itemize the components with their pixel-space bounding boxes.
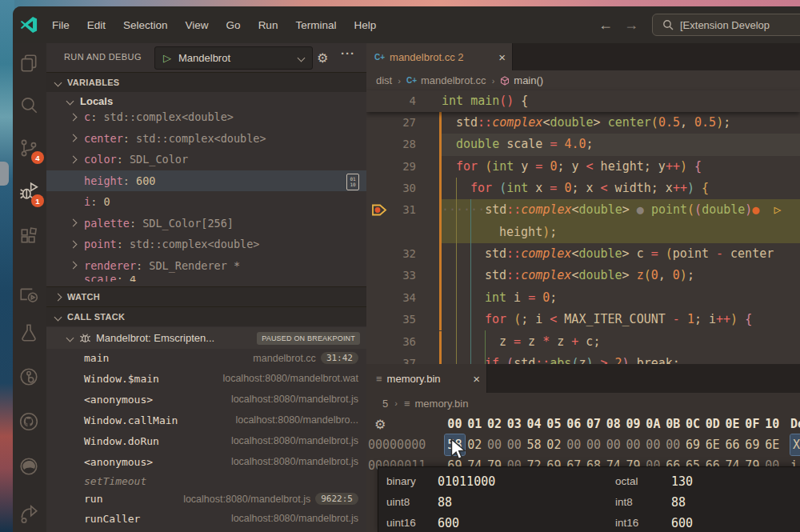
hex-byte[interactable]: 58 [524,434,544,455]
more-actions-icon[interactable]: ··· [341,46,355,60]
code-line-28[interactable]: 28double scale = 4.0; [366,134,800,155]
variable-row-i[interactable]: i: 0 [46,191,366,212]
hex-byte[interactable]: 00 [564,434,584,455]
stack-frame-row[interactable]: <anonymous>localhost:8080/mandelbrot.js [46,453,366,474]
frame-name: main [84,352,109,364]
activity-run-debug-button[interactable]: 1 [18,181,41,203]
menu-item-go[interactable]: Go [218,19,250,31]
frame-location-group: localhost:8080/mandelbrot.js9622:5 [183,493,358,505]
frame-location-group: mandelbrot.cc31:42 [253,352,358,364]
stack-frame-row[interactable]: runlocalhost:8080/mandelbrot.js9622:5 [46,490,366,510]
activity-live-preview-button[interactable] [18,285,41,307]
chevron-down-icon [54,78,62,86]
activity-edge-devtools-button[interactable] [18,456,41,478]
hex-byte[interactable]: 00 [663,434,683,455]
code-line-35[interactable]: 35for (; i < MAX_ITER_COUNT - 1; i++) { [366,309,800,330]
stack-frame-row[interactable]: mainmandelbrot.cc31:42 [46,349,366,370]
code-line-36[interactable]: 36z = z * z + c; [366,331,800,353]
code-line-27[interactable]: 27std::complex<double> center(0.5, 0.5); [366,112,800,134]
chevron-right-icon [70,155,78,163]
activity-gitlens-button[interactable] [18,366,41,389]
sticky-scroll-line[interactable]: 4int main() { [366,90,800,112]
stack-frame-row[interactable]: Window.doRunlocalhost:8080/mandelbrot.js [46,432,366,453]
panel-tab-memory-bin[interactable]: ≡ memory.bin × [366,364,487,393]
variable-row-color[interactable]: color: SDL_Color [46,149,366,170]
stack-frame-row[interactable]: runCallerlocalhost:8080/mandelbrot.js [46,510,366,530]
activity-search-button[interactable] [18,94,41,117]
stack-frame-row[interactable]: Window.$mainlocalhost:8080/mandelbrot.wa… [46,370,366,390]
hex-byte[interactable]: 00 [623,434,643,455]
hex-byte[interactable]: 00 [584,434,604,455]
hex-byte[interactable]: 00 [504,434,524,455]
hex-row[interactable]: 00000000580200005802000000000000696E6669… [366,434,800,455]
code-line-34[interactable]: 34int i = 0; [366,287,800,309]
menu-item-selection[interactable]: Selection [114,19,177,31]
breadcrumb-file[interactable]: mandelbrot.cc [421,74,486,86]
breadcrumb-file[interactable]: memory.bin [415,398,469,410]
code-line-32[interactable]: 32std::complex<double> c = (point - cent… [366,243,800,265]
stack-frame-row[interactable]: Window.callMainlocalhost:8080/mandelbro.… [46,411,366,432]
code-line-wrap[interactable]: height); [366,222,800,243]
code-line-37[interactable]: 37if (std::abs(z) > 2) break; [366,353,800,364]
hex-byte[interactable]: 00 [643,434,663,455]
nav-forward-button[interactable]: → [624,17,638,34]
variable-row-height[interactable]: height: 6000110 [46,170,366,191]
activity-badge: 1 [31,194,44,207]
hex-settings-gear-icon[interactable]: ⚙ [374,417,386,432]
watch-section-header[interactable]: WATCH [46,286,366,306]
close-icon[interactable]: × [498,50,506,64]
debug-session-row[interactable]: Mandelbrot: Emscripten... PAUSED ON BREA… [46,327,366,349]
variable-row-scale[interactable]: scale: 4 [46,276,366,282]
frame-name: Window.$main [84,373,159,385]
variable-row-renderer[interactable]: renderer: SDL_Renderer * [46,255,366,276]
call-stack-section-header[interactable]: CALL STACK [46,306,366,326]
hex-editor-panel: ≡ memory.bin × 5 › ≡ memory.bin ⚙ 000102… [366,364,800,532]
close-icon[interactable]: × [473,372,480,386]
menu-item-file[interactable]: File [43,19,78,31]
command-center-search[interactable]: [Extension Develop [652,14,800,36]
nav-back-button[interactable]: ← [598,17,613,34]
activity-source-control-button[interactable]: 4 [18,138,41,160]
variable-name: palette: SDL_Color[256] [84,217,234,230]
hex-byte[interactable]: 6E [702,434,722,455]
code-line-31[interactable]: 31······std::complex<double> ● point((do… [366,199,800,221]
edge-browser-icon [18,456,39,477]
hex-byte[interactable]: 69 [742,434,762,455]
binary-view-icon[interactable]: 0110 [346,174,359,190]
inspector-label: uint8 [386,492,410,513]
menu-item-view[interactable]: View [177,19,218,31]
activity-testing-button[interactable] [18,322,41,345]
variable-row-center[interactable]: center: std::complex<double> [46,128,366,149]
breadcrumb-folder[interactable]: 5 [382,398,388,410]
menu-item-run[interactable]: Run [250,19,287,31]
sticky-code-line[interactable]: 4int main() { [366,90,800,112]
start-debug-icon[interactable]: ▷ [163,52,171,64]
variable-name: center: std::complex<double> [84,132,266,145]
variable-row-palette[interactable]: palette: SDL_Color[256] [46,213,366,234]
activity-github-button[interactable] [18,411,41,434]
code-line-33[interactable]: 33std::complex<double> z(0, 0); [366,265,800,286]
variable-row-c[interactable]: c: std::complex<double> [46,106,366,127]
activity-live-share-button[interactable] [18,504,41,526]
launch-config-dropdown[interactable]: ▷ Mandelbrot [154,46,313,70]
breadcrumb-symbol[interactable]: main() [514,74,543,86]
stack-frame-row[interactable]: <anonymous>localhost:8080/mandelbrot.js [46,390,366,411]
hex-byte[interactable]: 69 [683,434,703,455]
hex-byte[interactable]: 00 [603,434,623,455]
hex-byte[interactable]: 6E [762,434,782,455]
variables-section-header[interactable]: VARIABLES [46,72,366,92]
code-line-29[interactable]: 29for (int y = 0; y < height; y++) { [366,156,800,178]
hex-byte[interactable]: 00 [485,434,505,455]
breadcrumb-folder[interactable]: dist [376,74,392,86]
menu-item-help[interactable]: Help [345,19,385,31]
hex-byte[interactable]: 02 [544,434,564,455]
code-line-30[interactable]: 30for (int x = 0; x < width; x++) { [366,178,800,199]
activity-explorer-button[interactable] [18,53,41,75]
menu-item-edit[interactable]: Edit [78,19,114,31]
menu-item-terminal[interactable]: Terminal [286,19,345,31]
debug-settings-gear-icon[interactable]: ⚙ [317,50,328,66]
variable-row-point[interactable]: point: std::complex<double> [46,234,366,254]
editor-tab-mandelbrot[interactable]: C+ mandelbrot.cc 2 × [366,43,513,70]
activity-extensions-button[interactable] [18,226,41,249]
hex-byte[interactable]: 66 [722,434,742,455]
